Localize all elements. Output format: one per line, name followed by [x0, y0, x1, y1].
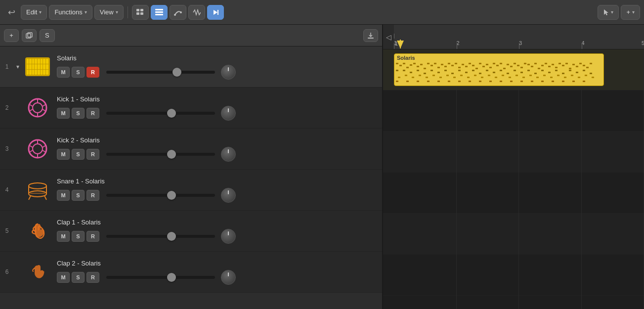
- pan-6-knob[interactable]: [221, 270, 236, 285]
- solo-1-button[interactable]: S: [72, 67, 85, 78]
- solo-5-button[interactable]: S: [72, 231, 85, 242]
- curve-tool-button[interactable]: [170, 5, 186, 20]
- svg-point-30: [29, 191, 46, 197]
- svg-rect-85: [558, 63, 561, 64]
- mute-3-button[interactable]: M: [57, 149, 70, 160]
- solo-3-button[interactable]: S: [72, 149, 85, 160]
- timeline-content[interactable]: Solaris // Generate midi dots inline con…: [383, 49, 644, 309]
- volume-3-thumb[interactable]: [167, 150, 176, 159]
- svg-rect-66: [493, 63, 495, 64]
- svg-rect-42: [410, 64, 412, 66]
- volume-2-thumb[interactable]: [167, 109, 176, 118]
- volume-5-thumb[interactable]: [167, 232, 176, 241]
- svg-rect-150: [578, 77, 580, 78]
- svg-rect-107: [479, 73, 481, 74]
- svg-rect-160: [469, 81, 471, 82]
- tracks-area: 1 ▾ Solaris M S R: [0, 46, 382, 309]
- volume-2-track[interactable]: [106, 112, 215, 115]
- svg-rect-87: [565, 63, 568, 64]
- mute-2-button[interactable]: M: [57, 108, 70, 119]
- volume-3-track[interactable]: [106, 153, 215, 156]
- functions-menu-button[interactable]: Functions ▾: [49, 5, 92, 20]
- grid-view-button[interactable]: [132, 5, 149, 20]
- timeline-ruler[interactable]: ◁ 1 1: [383, 25, 644, 49]
- snap-button[interactable]: [207, 5, 224, 20]
- svg-rect-82: [548, 66, 551, 67]
- clap-2-icon: [24, 259, 51, 286]
- volume-1-track[interactable]: [106, 71, 215, 74]
- volume-4-slider[interactable]: [106, 194, 215, 197]
- clap-2-hand-icon: [27, 261, 48, 283]
- edit-menu-button[interactable]: Edit ▾: [21, 5, 47, 20]
- s-button[interactable]: S: [40, 29, 55, 42]
- record-1-button[interactable]: R: [86, 67, 99, 78]
- clap-1-icon: [24, 218, 51, 245]
- pan-3-knob[interactable]: [221, 147, 236, 162]
- solo-4-button[interactable]: S: [72, 190, 85, 201]
- midi-region-solaris[interactable]: Solaris // Generate midi dots inline con…: [394, 53, 604, 86]
- volume-3-slider[interactable]: [106, 153, 215, 156]
- view-menu-button[interactable]: View ▾: [94, 5, 124, 20]
- svg-rect-118: [555, 70, 558, 71]
- svg-rect-100: [430, 70, 433, 71]
- record-6-button[interactable]: R: [86, 272, 99, 283]
- back-button[interactable]: ↩: [4, 5, 19, 20]
- download-icon: [367, 32, 374, 39]
- ruler-num-5: 5: [642, 40, 644, 46]
- s-label: S: [45, 32, 49, 39]
- volume-1-slider[interactable]: [106, 71, 215, 74]
- kick-drum-icon: [27, 97, 48, 119]
- track-number-2: 2: [0, 104, 14, 111]
- download-button[interactable]: [363, 29, 378, 42]
- svg-line-34: [29, 196, 31, 200]
- svg-rect-151: [585, 75, 587, 76]
- add-track-button[interactable]: + ▾: [621, 5, 640, 20]
- track-4-name: Snare 1 - Solaris: [57, 177, 382, 185]
- volume-6-track[interactable]: [106, 276, 215, 279]
- svg-rect-79: [538, 68, 540, 69]
- wave-tool-button[interactable]: [188, 5, 205, 20]
- svg-rect-77: [531, 66, 533, 67]
- volume-4-track[interactable]: [106, 194, 215, 197]
- record-2-button[interactable]: R: [86, 108, 99, 119]
- record-3-button[interactable]: R: [86, 149, 99, 160]
- table-row: 1 ▾ Solaris M S R: [0, 46, 382, 88]
- volume-2-slider[interactable]: [106, 112, 215, 115]
- left-panel: + S 1: [0, 25, 383, 309]
- pan-1-knob[interactable]: [221, 65, 236, 80]
- duplicate-track-button[interactable]: [22, 29, 37, 42]
- ruler-left-arrow[interactable]: ◁: [383, 25, 394, 49]
- pan-2-knob[interactable]: [221, 106, 236, 121]
- track-2-controls: M S R: [57, 106, 382, 121]
- record-4-button[interactable]: R: [86, 190, 99, 201]
- mute-6-button[interactable]: M: [57, 272, 70, 283]
- volume-4-thumb[interactable]: [167, 191, 176, 200]
- expand-track-1-button[interactable]: ▾: [14, 63, 22, 70]
- record-5-button[interactable]: R: [86, 231, 99, 242]
- svg-rect-112: [514, 70, 516, 71]
- mute-5-button[interactable]: M: [57, 231, 70, 242]
- cursor-tool-button[interactable]: ▾: [598, 5, 619, 20]
- solo-6-button[interactable]: S: [72, 272, 85, 283]
- svg-rect-0: [136, 9, 139, 11]
- kick-2-icon: [24, 135, 51, 163]
- svg-rect-65: [489, 67, 492, 68]
- add-track-small-button[interactable]: +: [4, 29, 19, 42]
- ruler-marks-area[interactable]: 1 1 2 3 4 5: [394, 25, 644, 49]
- volume-1-thumb[interactable]: [172, 68, 181, 77]
- volume-6-slider[interactable]: [106, 276, 215, 279]
- mute-4-button[interactable]: M: [57, 190, 70, 201]
- pan-4-knob[interactable]: [221, 188, 236, 203]
- pan-5-knob[interactable]: [221, 229, 236, 244]
- svg-rect-43: [413, 63, 416, 64]
- list-view-button[interactable]: [151, 5, 168, 20]
- mute-1-button[interactable]: M: [57, 67, 70, 78]
- right-panel: ◁ 1 1: [383, 25, 644, 309]
- volume-6-thumb[interactable]: [167, 273, 176, 282]
- svg-rect-91: [579, 63, 582, 64]
- solo-2-button[interactable]: S: [72, 108, 85, 119]
- secondary-toolbar: + S: [0, 25, 382, 46]
- timeline-track-bg-2: [383, 90, 644, 132]
- volume-5-track[interactable]: [106, 235, 215, 238]
- volume-5-slider[interactable]: [106, 235, 215, 238]
